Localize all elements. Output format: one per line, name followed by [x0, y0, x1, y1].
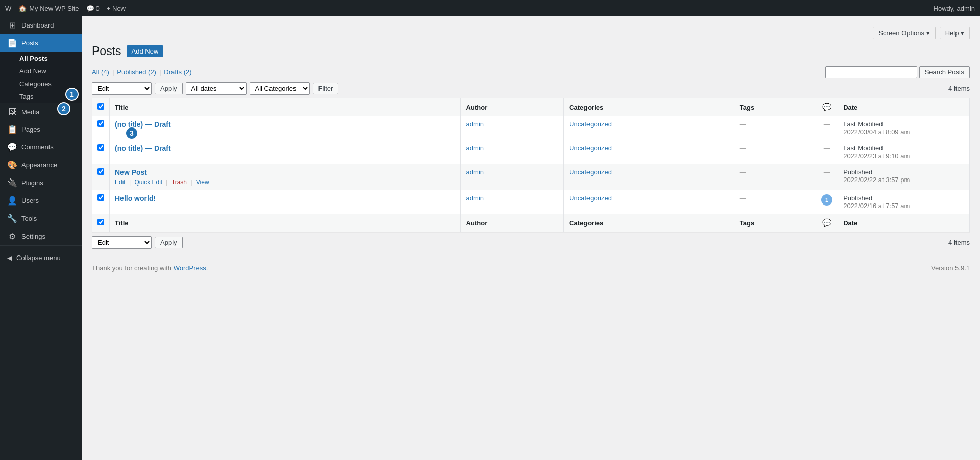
footer-comment-icon: 💬 [822, 218, 832, 227]
row-checkbox[interactable] [97, 194, 104, 201]
row-checkbox-cell [92, 140, 110, 164]
post-title-link[interactable]: Hello world! [115, 194, 156, 202]
col-header-date[interactable]: Date [838, 98, 970, 116]
howdy-label: Howdy, admin [934, 5, 975, 12]
collapse-menu-button[interactable]: ◀ Collapse menu [0, 250, 82, 266]
table-row: (no title) — Draft Edit | Quick Edit | T… [92, 116, 970, 140]
top-bar: W 🏠 My New WP Site 💬 0 + New Howdy, admi… [0, 0, 980, 16]
sidebar-item-media[interactable]: 🖼 Media [0, 103, 82, 120]
wp-link[interactable]: WordPress [174, 264, 206, 272]
view-link[interactable]: View [196, 178, 209, 186]
sidebar-item-pages[interactable]: 📋 Pages [0, 120, 82, 138]
apply-button-bottom[interactable]: Apply [155, 237, 183, 248]
row-category-cell: Uncategorized [564, 164, 734, 190]
add-new-button[interactable]: Add New [127, 45, 164, 57]
row-title-cell: Hello world! Edit | Quick Edit | Trash |… [110, 190, 461, 214]
author-link[interactable]: admin [466, 144, 484, 152]
sidebar-item-comments[interactable]: 💬 Comments [0, 138, 82, 156]
help-button[interactable]: Help ▾ [940, 27, 970, 39]
sidebar-item-tools[interactable]: 🔧 Tools [0, 210, 82, 227]
site-name[interactable]: 🏠 My New WP Site [18, 5, 79, 12]
filter-all-link[interactable]: All (4) [92, 68, 109, 76]
date-filter-select[interactable]: All dates February 2022 March 2022 [186, 82, 247, 95]
posts-submenu: All Posts Add New Categories Tags [0, 52, 82, 103]
sidebar-item-label: Plugins [21, 179, 43, 187]
sidebar-item-label: Comments [21, 143, 54, 151]
settings-icon: ⚙ [7, 232, 17, 241]
collapse-label: Collapse menu [16, 254, 61, 262]
bulk-action-select-bottom[interactable]: Edit Bulk actions Move to Trash [92, 236, 152, 249]
sidebar-subitem-categories[interactable]: Categories [0, 78, 82, 90]
author-link[interactable]: admin [466, 168, 484, 176]
col-header-categories[interactable]: Categories [564, 98, 734, 116]
author-link[interactable]: admin [466, 194, 484, 202]
row-comments-cell: — [816, 164, 838, 190]
sidebar-item-label: Pages [21, 125, 40, 133]
footer-col-author[interactable]: Author [460, 214, 564, 232]
col-header-tags[interactable]: Tags [734, 98, 816, 116]
sidebar-subitem-all-posts[interactable]: All Posts [0, 52, 82, 65]
dashboard-icon: ⊞ [7, 20, 17, 30]
table-row: (no title) — Draft Edit | Quick Edit | T… [92, 140, 970, 164]
row-checkbox[interactable] [97, 120, 104, 127]
filters-row: All (4) | Published (2) | Drafts (2) Sea… [92, 66, 970, 78]
sidebar-item-dashboard[interactable]: ⊞ Dashboard [0, 16, 82, 34]
apply-button-top[interactable]: Apply [155, 83, 183, 94]
sidebar-item-settings[interactable]: ⚙ Settings [0, 227, 82, 245]
quick-edit-link[interactable]: Quick Edit [135, 178, 163, 186]
collapse-icon: ◀ [7, 254, 12, 262]
wp-logo-icon[interactable]: W [5, 5, 11, 12]
search-posts-input[interactable] [825, 66, 917, 78]
post-title-link[interactable]: (no title) — Draft [115, 144, 171, 152]
category-filter-select[interactable]: All Categories Uncategorized [250, 82, 310, 95]
select-all-checkbox[interactable] [97, 103, 104, 110]
row-tags-cell: — [734, 116, 816, 140]
comments-icon: 💬 [7, 142, 17, 152]
category-link[interactable]: Uncategorized [569, 120, 612, 128]
comments-count[interactable]: 💬 0 [86, 5, 100, 12]
col-header-author[interactable]: Author [460, 98, 564, 116]
screen-options-button[interactable]: Screen Options ▾ [873, 27, 935, 39]
footer-col-title[interactable]: Title [110, 214, 461, 232]
house-icon: 🏠 [18, 5, 27, 12]
row-checkbox[interactable] [97, 144, 104, 151]
items-count-top: 4 items [948, 85, 970, 92]
main-content: Screen Options ▾ Help ▾ Posts Add New Al… [82, 16, 980, 460]
category-link[interactable]: Uncategorized [569, 194, 612, 202]
posts-icon: 📄 [7, 38, 17, 48]
footer-col-date[interactable]: Date [838, 214, 970, 232]
posts-table: Title Author Categories Tags 💬 Date [92, 98, 970, 232]
sidebar-item-label: Users [21, 197, 39, 205]
category-link[interactable]: Uncategorized [569, 144, 612, 152]
search-posts-button[interactable]: Search Posts [919, 66, 970, 78]
table-row: Hello world! Edit | Quick Edit | Trash |… [92, 190, 970, 214]
col-header-title[interactable]: Title [110, 98, 461, 116]
sidebar-item-plugins[interactable]: 🔌 Plugins [0, 174, 82, 192]
sidebar-subitem-add-new[interactable]: Add New [0, 65, 82, 78]
comment-count-badge[interactable]: 1 [821, 194, 832, 206]
sidebar-item-appearance[interactable]: 🎨 Appearance [0, 156, 82, 174]
new-button[interactable]: + New [107, 5, 126, 12]
bulk-action-select-top[interactable]: Edit Bulk actions Move to Trash [92, 82, 152, 95]
footer-select-all-checkbox[interactable] [97, 219, 104, 225]
row-checkbox[interactable] [97, 168, 104, 175]
category-link[interactable]: Uncategorized [569, 168, 612, 176]
post-title-link[interactable]: New Post [115, 168, 147, 176]
media-icon: 🖼 [7, 107, 17, 116]
row-category-cell: Uncategorized [564, 116, 734, 140]
sidebar-item-users[interactable]: 👤 Users [0, 192, 82, 210]
comment-icon: 💬 [86, 5, 94, 12]
author-link[interactable]: admin [466, 120, 484, 128]
sidebar-item-posts[interactable]: 📄 Posts [0, 34, 82, 52]
filter-button[interactable]: Filter [313, 83, 339, 94]
post-title-link[interactable]: (no title) — Draft [115, 120, 171, 129]
sidebar-subitem-tags[interactable]: Tags [0, 90, 82, 103]
edit-link[interactable]: Edit [115, 178, 126, 186]
row-tags-cell: — [734, 190, 816, 214]
trash-link[interactable]: Trash [172, 178, 187, 186]
row-checkbox-cell [92, 190, 110, 214]
footer-col-tags[interactable]: Tags [734, 214, 816, 232]
footer-col-categories[interactable]: Categories [564, 214, 734, 232]
filter-drafts-link[interactable]: Drafts (2) [164, 68, 191, 76]
filter-published-link[interactable]: Published (2) [117, 68, 156, 76]
